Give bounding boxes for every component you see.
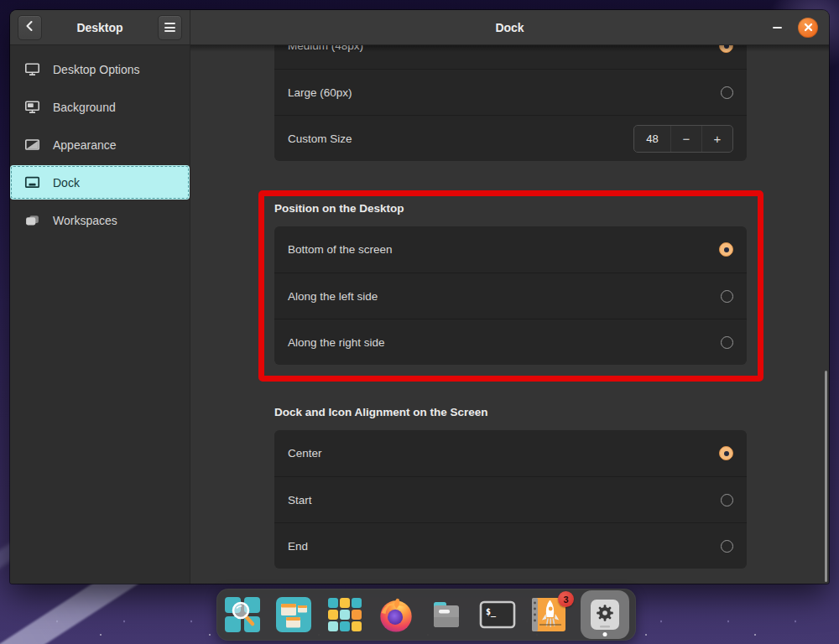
- running-indicator-dot: [602, 632, 607, 636]
- sidebar-item-background[interactable]: Background: [10, 90, 190, 124]
- size-row-medium[interactable]: Medium (48px): [274, 45, 747, 69]
- alignment-row-center[interactable]: Center: [274, 430, 747, 476]
- size-row-label: Medium (48px): [288, 45, 363, 52]
- vertical-scrollbar[interactable]: [825, 371, 827, 582]
- dock-item-multitasking-view[interactable]: [274, 595, 313, 634]
- radio-icon[interactable]: [721, 336, 733, 349]
- menu-button[interactable]: [158, 15, 182, 40]
- notification-badge: 3: [558, 591, 574, 607]
- sidebar-item-label: Desktop Options: [53, 63, 140, 76]
- radio-icon[interactable]: [721, 290, 733, 303]
- nav-header: Desktop: [10, 10, 190, 45]
- alignment-list: Center Start End: [274, 430, 747, 569]
- sidebar-item-desktop-options[interactable]: Desktop Options: [10, 52, 190, 86]
- decrement-button[interactable]: −: [670, 126, 701, 152]
- close-button[interactable]: [798, 18, 818, 38]
- minimize-icon: [773, 27, 782, 29]
- size-row-large[interactable]: Large (60px): [274, 69, 747, 115]
- radio-icon[interactable]: [721, 494, 733, 506]
- appearance-icon: [24, 137, 40, 153]
- settings-sidebar: Desktop Options Background Appearance Do…: [10, 45, 190, 584]
- dock-item-firefox[interactable]: [377, 595, 415, 634]
- close-icon: [804, 20, 813, 35]
- app-finder-icon: [224, 596, 261, 633]
- dock-item-appcenter[interactable]: 3: [529, 595, 568, 634]
- terminal-icon: $_: [479, 600, 516, 629]
- sidebar-item-label: Workspaces: [53, 214, 117, 227]
- chevron-left-icon: [23, 19, 37, 36]
- sidebar-item-label: Dock: [53, 176, 80, 190]
- minimize-button[interactable]: [769, 20, 784, 35]
- position-row-label: Along the right side: [288, 336, 385, 349]
- alignment-row-label: End: [288, 540, 308, 553]
- radio-selected-icon[interactable]: [719, 242, 733, 257]
- window-title: Dock: [190, 21, 829, 34]
- window-titlebar: Desktop Dock: [10, 10, 829, 45]
- window-controls: [769, 18, 829, 38]
- back-button[interactable]: [18, 15, 42, 40]
- custom-size-row: Custom Size 48 − +: [274, 115, 747, 161]
- multitasking-view-icon: [275, 596, 312, 633]
- position-row-right[interactable]: Along the right side: [274, 319, 747, 365]
- radio-selected-icon[interactable]: [719, 45, 733, 53]
- firefox-icon: [377, 595, 415, 634]
- position-row-label: Along the left side: [288, 290, 378, 303]
- dock-item-files[interactable]: [427, 595, 466, 634]
- desktop-dock: $_ 3: [216, 589, 636, 641]
- position-row-label: Bottom of the screen: [288, 243, 393, 256]
- dock-item-app-finder[interactable]: [223, 595, 262, 634]
- position-list: Bottom of the screen Along the left side…: [274, 226, 747, 365]
- dock-item-settings[interactable]: [581, 590, 629, 639]
- alignment-row-label: Center: [288, 447, 322, 460]
- position-row-left[interactable]: Along the left side: [274, 273, 747, 319]
- dock-item-app-grid[interactable]: [326, 595, 364, 634]
- workspaces-icon: [24, 212, 40, 228]
- dock-icon: [24, 174, 40, 190]
- settings-icon: [588, 598, 622, 631]
- main-header: Dock: [190, 10, 829, 45]
- terminal-glyph: $_: [486, 607, 497, 617]
- radio-icon[interactable]: [721, 540, 733, 553]
- alignment-row-end[interactable]: End: [274, 522, 747, 569]
- radio-selected-icon[interactable]: [719, 446, 733, 460]
- sidebar-item-appearance[interactable]: Appearance: [10, 127, 190, 162]
- files-icon: [428, 596, 465, 633]
- app-grid-icon: [327, 597, 362, 632]
- increment-button[interactable]: +: [701, 126, 732, 152]
- sidebar-item-dock[interactable]: Dock: [10, 165, 190, 200]
- custom-size-value[interactable]: 48: [634, 132, 670, 145]
- custom-size-label: Custom Size: [288, 132, 352, 145]
- desktop-icon: [24, 61, 40, 77]
- settings-window: Desktop Dock Desktop Opt: [10, 10, 829, 584]
- sidebar-item-label: Appearance: [53, 138, 117, 152]
- sidebar-item-label: Background: [53, 101, 116, 114]
- hamburger-icon: [164, 23, 175, 32]
- dock-item-terminal[interactable]: $_: [478, 595, 517, 634]
- custom-size-spinner: 48 − +: [633, 125, 733, 153]
- alignment-row-label: Start: [288, 494, 312, 506]
- position-row-bottom[interactable]: Bottom of the screen: [274, 226, 747, 273]
- background-icon: [24, 99, 40, 115]
- position-section-header: Position on the Desktop: [274, 202, 404, 215]
- radio-icon[interactable]: [721, 86, 733, 99]
- dock-settings-panel: Medium (48px) Large (60px) Custom Size 4…: [190, 45, 829, 584]
- icon-size-list: Medium (48px) Large (60px) Custom Size 4…: [274, 45, 747, 161]
- alignment-row-start[interactable]: Start: [274, 476, 747, 522]
- alignment-section-header: Dock and Icon Alignment on the Screen: [274, 406, 488, 418]
- size-row-label: Large (60px): [288, 86, 352, 99]
- sidebar-item-workspaces[interactable]: Workspaces: [10, 203, 190, 237]
